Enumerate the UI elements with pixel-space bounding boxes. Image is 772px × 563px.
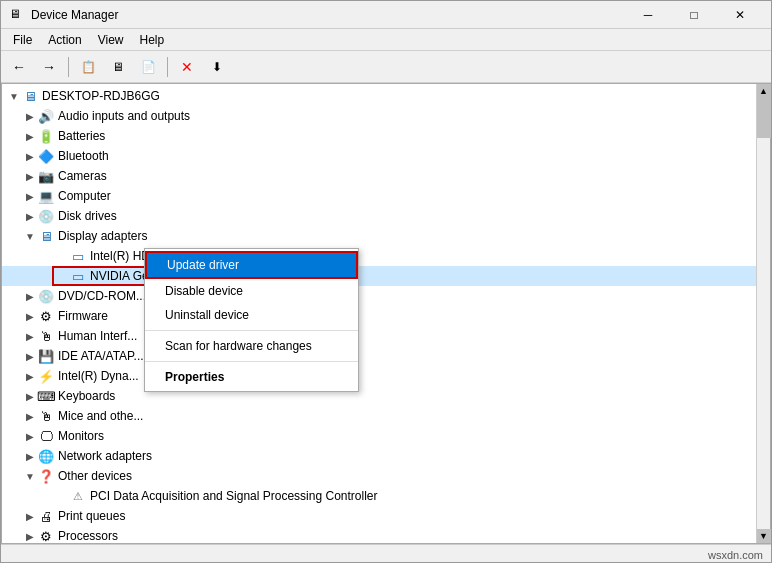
- tree-item-nvidia[interactable]: ▶ ▭ NVIDIA GeForce 940M: [2, 266, 756, 286]
- tree-item-ide[interactable]: ▶ 💾 IDE ATA/ATAP...: [2, 346, 756, 366]
- toolbar-sep-2: [167, 57, 168, 77]
- toolbar-forward[interactable]: →: [35, 54, 63, 80]
- ctx-disable-device[interactable]: Disable device: [145, 279, 358, 303]
- toolbar: ← → 📋 🖥 📄 ✕ ⬇: [1, 51, 771, 83]
- ctx-uninstall-device[interactable]: Uninstall device: [145, 303, 358, 327]
- intel-dyn-toggle[interactable]: ▶: [22, 368, 38, 384]
- scroll-up-btn[interactable]: ▲: [757, 84, 771, 98]
- batteries-label: Batteries: [58, 129, 105, 143]
- ctx-properties[interactable]: Properties: [145, 365, 358, 389]
- nvidia-icon: ▭: [70, 268, 86, 284]
- tree-item-audio[interactable]: ▶ 🔊 Audio inputs and outputs: [2, 106, 756, 126]
- tree-item-cameras[interactable]: ▶ 📷 Cameras: [2, 166, 756, 186]
- close-button[interactable]: ✕: [717, 1, 763, 29]
- cameras-icon: 📷: [38, 168, 54, 184]
- toolbar-uninstall[interactable]: ✕: [173, 54, 201, 80]
- tree-item-print[interactable]: ▶ 🖨 Print queues: [2, 506, 756, 526]
- main-content: ▼ 🖥 DESKTOP-RDJB6GG ▶ 🔊 Audio inputs and…: [1, 83, 771, 544]
- minimize-button[interactable]: ─: [625, 1, 671, 29]
- tree-item-firmware[interactable]: ▶ ⚙ Firmware: [2, 306, 756, 326]
- tree-item-computer[interactable]: ▶ 💻 Computer: [2, 186, 756, 206]
- tree-view[interactable]: ▼ 🖥 DESKTOP-RDJB6GG ▶ 🔊 Audio inputs and…: [2, 84, 756, 543]
- context-menu: Update driver Disable device Uninstall d…: [144, 248, 359, 392]
- tree-item-batteries[interactable]: ▶ 🔋 Batteries: [2, 126, 756, 146]
- monitors-label: Monitors: [58, 429, 104, 443]
- audio-label: Audio inputs and outputs: [58, 109, 190, 123]
- print-toggle[interactable]: ▶: [22, 508, 38, 524]
- root-toggle[interactable]: ▼: [6, 88, 22, 104]
- menu-help[interactable]: Help: [132, 31, 173, 49]
- processors-icon: ⚙: [38, 528, 54, 543]
- keyboards-label: Keyboards: [58, 389, 115, 403]
- pci-label: PCI Data Acquisition and Signal Processi…: [90, 489, 377, 503]
- processors-toggle[interactable]: ▶: [22, 528, 38, 543]
- tree-item-display[interactable]: ▼ 🖥 Display adapters: [2, 226, 756, 246]
- intel-dyn-label: Intel(R) Dyna...: [58, 369, 139, 383]
- tree-item-intel-dyn[interactable]: ▶ ⚡ Intel(R) Dyna...: [2, 366, 756, 386]
- menu-action[interactable]: Action: [40, 31, 89, 49]
- monitors-toggle[interactable]: ▶: [22, 428, 38, 444]
- toolbar-download[interactable]: ⬇: [203, 54, 231, 80]
- other-icon: ❓: [38, 468, 54, 484]
- print-icon: 🖨: [38, 508, 54, 524]
- mice-label: Mice and othe...: [58, 409, 143, 423]
- tree-item-other[interactable]: ▼ ❓ Other devices: [2, 466, 756, 486]
- batteries-toggle[interactable]: ▶: [22, 128, 38, 144]
- toolbar-scan[interactable]: 📄: [134, 54, 162, 80]
- tree-root[interactable]: ▼ 🖥 DESKTOP-RDJB6GG: [2, 86, 756, 106]
- dvd-toggle[interactable]: ▶: [22, 288, 38, 304]
- disk-toggle[interactable]: ▶: [22, 208, 38, 224]
- computer-toggle[interactable]: ▶: [22, 188, 38, 204]
- firmware-label: Firmware: [58, 309, 108, 323]
- bluetooth-toggle[interactable]: ▶: [22, 148, 38, 164]
- network-toggle[interactable]: ▶: [22, 448, 38, 464]
- tree-item-mice[interactable]: ▶ 🖱 Mice and othe...: [2, 406, 756, 426]
- print-label: Print queues: [58, 509, 125, 523]
- maximize-button[interactable]: □: [671, 1, 717, 29]
- scrollbar[interactable]: ▲ ▼: [756, 84, 770, 543]
- tree-item-intel-graphics[interactable]: ▶ ▭ Intel(R) HD Graphics 520: [2, 246, 756, 266]
- cameras-label: Cameras: [58, 169, 107, 183]
- tree-item-keyboards[interactable]: ▶ ⌨ Keyboards: [2, 386, 756, 406]
- cameras-toggle[interactable]: ▶: [22, 168, 38, 184]
- bluetooth-icon: 🔷: [38, 148, 54, 164]
- hid-toggle[interactable]: ▶: [22, 328, 38, 344]
- tree-item-bluetooth[interactable]: ▶ 🔷 Bluetooth: [2, 146, 756, 166]
- toolbar-back[interactable]: ←: [5, 54, 33, 80]
- network-label: Network adapters: [58, 449, 152, 463]
- display-toggle[interactable]: ▼: [22, 228, 38, 244]
- tree-item-hid[interactable]: ▶ 🖱 Human Interf...: [2, 326, 756, 346]
- dvd-label: DVD/CD-ROM...: [58, 289, 146, 303]
- tree-item-network[interactable]: ▶ 🌐 Network adapters: [2, 446, 756, 466]
- title-bar-text: Device Manager: [31, 8, 625, 22]
- firmware-toggle[interactable]: ▶: [22, 308, 38, 324]
- display-label: Display adapters: [58, 229, 147, 243]
- ctx-scan-hardware[interactable]: Scan for hardware changes: [145, 334, 358, 358]
- tree-item-processors[interactable]: ▶ ⚙ Processors: [2, 526, 756, 543]
- other-toggle[interactable]: ▼: [22, 468, 38, 484]
- ide-toggle[interactable]: ▶: [22, 348, 38, 364]
- processors-label: Processors: [58, 529, 118, 543]
- scroll-thumb[interactable]: [757, 98, 771, 138]
- tree-item-pci[interactable]: ▶ ⚠ PCI Data Acquisition and Signal Proc…: [2, 486, 756, 506]
- mice-icon: 🖱: [38, 408, 54, 424]
- toolbar-properties[interactable]: 📋: [74, 54, 102, 80]
- ctx-update-driver[interactable]: Update driver: [145, 251, 358, 279]
- intel-graphics-icon: ▭: [70, 248, 86, 264]
- menu-bar: File Action View Help: [1, 29, 771, 51]
- toolbar-sep-1: [68, 57, 69, 77]
- hid-icon: 🖱: [38, 328, 54, 344]
- menu-file[interactable]: File: [5, 31, 40, 49]
- ide-label: IDE ATA/ATAP...: [58, 349, 144, 363]
- tree-item-monitors[interactable]: ▶ 🖵 Monitors: [2, 426, 756, 446]
- status-bar: wsxdn.com: [1, 544, 771, 563]
- network-icon: 🌐: [38, 448, 54, 464]
- tree-item-dvd[interactable]: ▶ 💿 DVD/CD-ROM...: [2, 286, 756, 306]
- mice-toggle[interactable]: ▶: [22, 408, 38, 424]
- disk-icon: 💿: [38, 208, 54, 224]
- tree-item-disk[interactable]: ▶ 💿 Disk drives: [2, 206, 756, 226]
- audio-toggle[interactable]: ▶: [22, 108, 38, 124]
- toolbar-update[interactable]: 🖥: [104, 54, 132, 80]
- menu-view[interactable]: View: [90, 31, 132, 49]
- scroll-down-btn[interactable]: ▼: [757, 529, 771, 543]
